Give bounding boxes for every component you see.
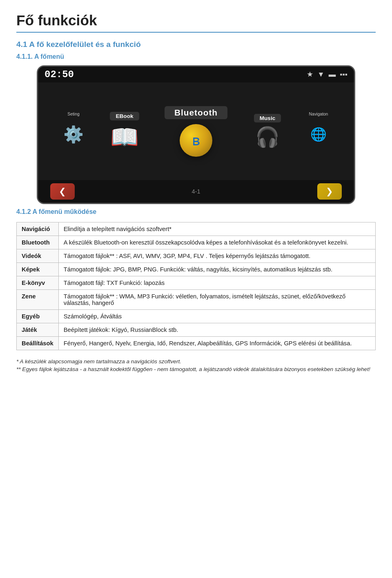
- table-cell-label: Beállítások: [17, 337, 59, 350]
- table-row: E-könyvTámogatott fájl: TXT Funkció: lap…: [17, 276, 376, 290]
- function-table: NavigációElindítja a telepített navigáci…: [16, 222, 376, 350]
- next-arrow-button[interactable]: ❯: [317, 183, 342, 200]
- table-cell-desc: Fényerő, Hangerő, Nyelv, Energia, Idő, R…: [58, 337, 375, 350]
- ebook-label: EBook: [110, 112, 139, 120]
- ebook-icon: 📖: [110, 124, 139, 151]
- footnote-2: ** Egyes fájlok lejátszása - a használt …: [16, 366, 376, 372]
- time-display: 02:50: [45, 69, 74, 80]
- battery-status-icon: ▬: [329, 70, 336, 79]
- navigation-menu-item[interactable]: Navigaton 🌐: [298, 105, 339, 158]
- music-icon: 🎧: [255, 126, 280, 149]
- table-cell-label: Egyéb: [17, 310, 59, 323]
- bluetooth-ball: ʙ: [180, 124, 212, 157]
- table-cell-label: Videók: [17, 249, 59, 263]
- music-label: Music: [254, 114, 281, 122]
- table-row: KépekTámogatott fájlok: JPG, BMP, PNG. F…: [17, 263, 376, 276]
- table-cell-label: Játék: [17, 323, 59, 337]
- table-cell-desc: Támogatott fájl: TXT Funkció: lapozás: [58, 276, 375, 290]
- table-cell-label: E-könyv: [17, 276, 59, 290]
- table-cell-label: Zene: [17, 290, 59, 310]
- device-screen-wrapper: 02:50 ★ ▼ ▬ ▪▪▪ Seting ⚙️ EBoo: [16, 65, 376, 204]
- footnote-1: * A készülék alapcsomagja nem tartalmazz…: [16, 358, 376, 365]
- bluetooth-status-icon: ★: [307, 70, 313, 79]
- section1-title: 4.1 A fő kezelőfelület és a funkció: [16, 40, 376, 49]
- signal-status-icon: ▪▪▪: [340, 70, 347, 79]
- table-cell-desc: Számológép, Átváltás: [58, 310, 375, 323]
- settings-icon: ⚙️: [63, 125, 84, 144]
- footnotes-section: * A készülék alapcsomagja nem tartalmazz…: [16, 358, 376, 372]
- navigation-label: Navigaton: [309, 112, 328, 116]
- table-row: EgyébSzámológép, Átváltás: [17, 310, 376, 323]
- bluetooth-menu-item[interactable]: Bluetooth ʙ: [155, 106, 237, 157]
- settings-label: Seting: [67, 112, 79, 116]
- ebook-menu-item[interactable]: EBook 📖: [94, 112, 155, 151]
- table-cell-label: Navigáció: [17, 222, 59, 236]
- table-cell-desc: Támogatott fájlok: JPG, BMP, PNG. Funkci…: [58, 263, 375, 276]
- section1-1-title: 4.1.1. A főmenü: [16, 53, 376, 60]
- table-row: BluetoothA készülék Bluetooth-on kereszt…: [17, 236, 376, 249]
- table-row: JátékBeépített játékok: Kígyó, RussianBl…: [17, 323, 376, 337]
- settings-menu-item[interactable]: Seting ⚙️: [53, 105, 94, 158]
- bluetooth-center-label: Bluetooth: [165, 106, 227, 119]
- table-cell-desc: Beépített játékok: Kígyó, RussianBlock s…: [58, 323, 375, 337]
- table-row: BeállításokFényerő, Hangerő, Nyelv, Ener…: [17, 337, 376, 350]
- table-cell-desc: A készülék Bluetooth-on keresztül összek…: [58, 236, 375, 249]
- main-screen-area: Seting ⚙️ EBook 📖 Bluetooth ʙ: [38, 82, 354, 180]
- navigation-icon: 🌐: [310, 127, 327, 142]
- table-cell-desc: Támogatott fájlok** : WMA, MP3 Funkció: …: [58, 290, 375, 310]
- table-row: VideókTámogatott fájlok** : ASF, AVI, WM…: [17, 249, 376, 263]
- menu-icons-row: Seting ⚙️ EBook 📖 Bluetooth ʙ: [38, 82, 354, 180]
- page-number: 4-1: [192, 188, 200, 195]
- nav-arrows-bar: ❮ 4-1 ❯: [38, 180, 354, 203]
- table-cell-label: Képek: [17, 263, 59, 276]
- music-menu-item[interactable]: Music 🎧: [237, 114, 298, 149]
- navigation-icon-box: 🌐: [304, 118, 333, 151]
- table-row: ZeneTámogatott fájlok** : WMA, MP3 Funkc…: [17, 290, 376, 310]
- status-bar: 02:50 ★ ▼ ▬ ▪▪▪: [38, 67, 354, 82]
- table-cell-desc: Elindítja a telepített navigációs szoftv…: [58, 222, 375, 236]
- wifi-status-icon: ▼: [317, 70, 324, 79]
- device-screen: 02:50 ★ ▼ ▬ ▪▪▪ Seting ⚙️ EBoo: [37, 65, 355, 204]
- prev-arrow-button[interactable]: ❮: [50, 183, 75, 200]
- section1-2-title: 4.1.2 A főmenü működése: [16, 208, 376, 216]
- bluetooth-symbol-icon: ʙ: [192, 132, 200, 149]
- table-cell-desc: Támogatott fájlok** : ASF, AVI, WMV, 3GP…: [58, 249, 375, 263]
- table-cell-label: Bluetooth: [17, 236, 59, 249]
- page-title: Fő funkciók: [16, 12, 376, 33]
- table-row: NavigációElindítja a telepített navigáci…: [17, 222, 376, 236]
- status-icons: ★ ▼ ▬ ▪▪▪: [307, 70, 347, 79]
- settings-icon-box: ⚙️: [59, 118, 88, 151]
